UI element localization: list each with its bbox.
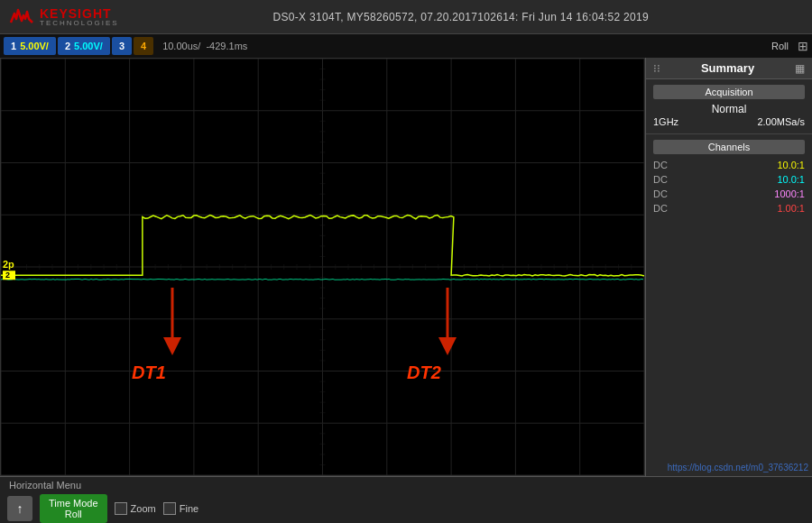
- ch2-value: 5.00V/: [74, 41, 103, 51]
- ch3-coupling: DC: [653, 188, 668, 199]
- channel-4-button[interactable]: 4: [134, 37, 153, 55]
- time-mode-line2: Roll: [65, 509, 82, 519]
- roll-display: Roll: [764, 41, 796, 51]
- ch2-label: 2: [65, 41, 70, 51]
- time-mode-line1: Time Mode: [49, 498, 98, 509]
- ch4-label: 4: [141, 41, 146, 51]
- horizontal-menu-label: Horizontal Menu: [0, 477, 812, 491]
- fine-checkbox-container: Fine: [163, 502, 198, 515]
- right-panel: ⁝⁝ Summary ▦ Acquisition Normal 1GHz 2.0…: [645, 58, 812, 476]
- bottom-buttons: ↑ Time Mode Roll Zoom Fine: [0, 491, 812, 523]
- channel-2-button[interactable]: 2 5.00V/: [58, 37, 110, 55]
- summary-header: ⁝⁝ Summary ▦: [646, 58, 812, 79]
- main-content: 2p DT1 DT2 ⁝⁝ Summary ▦ Acquisition Norm: [0, 58, 812, 476]
- ch2-coupling: DC: [653, 174, 668, 185]
- ch4-coupling: DC: [653, 203, 668, 214]
- ch4-probe-ratio: 1.00:1: [777, 203, 805, 214]
- zoom-checkbox[interactable]: [115, 502, 127, 515]
- acquisition-label[interactable]: Acquisition: [653, 85, 805, 99]
- zoom-checkbox-container: Zoom: [115, 502, 156, 515]
- timebase-display: 10.00us/ -429.1ms: [155, 41, 254, 51]
- channel-bar: 1 5.00V/ 2 5.00V/ 3 4 10.00us/ -429.1ms …: [0, 34, 812, 58]
- logo-brand: KEYSIGHT: [40, 7, 119, 20]
- acquisition-mode: Normal: [653, 103, 805, 115]
- summary-dots-icon[interactable]: ⁝⁝: [653, 62, 660, 75]
- bottom-bar: Horizontal Menu ↑ Time Mode Roll Zoom Fi…: [0, 476, 812, 523]
- header-title: DS0-X 3104T, MY58260572, 07.20.201710261…: [119, 11, 803, 23]
- channel-row-4: DC 1.00:1: [653, 201, 805, 216]
- channel-row-2: DC 10.0:1: [653, 172, 805, 187]
- logo-sub: TECHNOLOGIES: [40, 20, 119, 27]
- scope-grid: [1, 59, 644, 475]
- ch3-label: 3: [119, 41, 125, 51]
- ch1-coupling: DC: [653, 160, 668, 170]
- ch2-probe-ratio: 10.0:1: [777, 174, 805, 185]
- channel-row-3: DC 1000:1: [653, 187, 805, 201]
- summary-title: Summary: [701, 61, 754, 75]
- summary-grid-icon[interactable]: ▦: [795, 62, 805, 75]
- logo-area: KEYSIGHT TECHNOLOGIES: [9, 6, 119, 28]
- watermark: https://blog.csdn.net/m0_37636212: [668, 463, 808, 473]
- zoom-label: Zoom: [131, 503, 156, 514]
- channel-3-button[interactable]: 3: [112, 37, 132, 55]
- channels-label[interactable]: Channels: [653, 140, 805, 154]
- time-mode-button[interactable]: Time Mode Roll: [40, 494, 107, 523]
- dt1-label: DT1: [132, 362, 166, 383]
- logo-wave-icon: [9, 6, 34, 28]
- nav-up-button[interactable]: ↑: [7, 496, 32, 521]
- fine-checkbox[interactable]: [163, 502, 176, 515]
- dt2-label: DT2: [407, 362, 441, 383]
- cursor-icon[interactable]: ⊞: [798, 39, 808, 53]
- ch1-label: 1: [11, 41, 16, 51]
- acquisition-section: Acquisition Normal 1GHz 2.00MSa/s: [646, 79, 812, 134]
- acquisition-rate-label: 1GHz: [653, 116, 678, 127]
- scope-display: 2p DT1 DT2: [0, 58, 645, 476]
- channels-section: Channels DC 10.0:1 DC 10.0:1 DC 1000:1 D…: [646, 134, 812, 221]
- ch3-probe-ratio: 1000:1: [774, 188, 805, 199]
- logo-text: KEYSIGHT TECHNOLOGIES: [40, 7, 119, 27]
- ch1-probe-ratio: 10.0:1: [777, 160, 805, 170]
- acquisition-rate-row: 1GHz 2.00MSa/s: [653, 115, 805, 128]
- acquisition-rate-value: 2.00MSa/s: [757, 116, 805, 127]
- ch1-value: 5.00V/: [20, 41, 49, 51]
- header: KEYSIGHT TECHNOLOGIES DS0-X 3104T, MY582…: [0, 0, 812, 34]
- channel-row-1: DC 10.0:1: [653, 158, 805, 172]
- ch2-left-label: 2p: [3, 259, 14, 270]
- fine-label: Fine: [180, 503, 198, 514]
- channel-1-button[interactable]: 1 5.00V/: [4, 37, 56, 55]
